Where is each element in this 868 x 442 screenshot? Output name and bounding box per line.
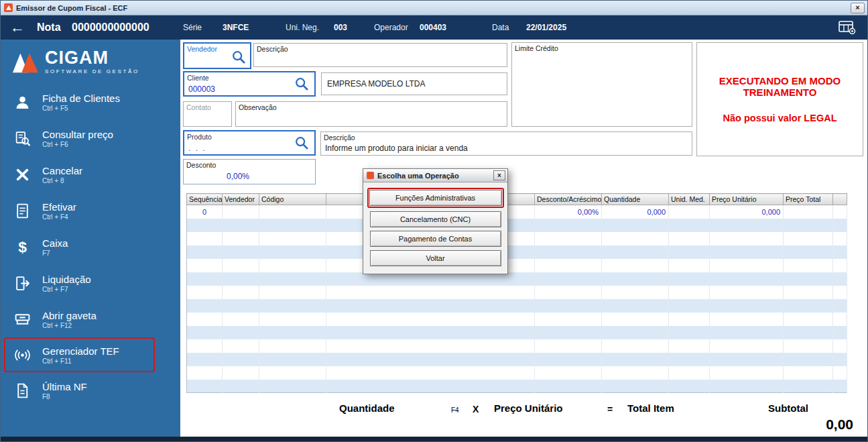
unineg-label: Uni. Neg.: [286, 23, 319, 32]
brand-tagline: SOFTWARE DE GESTÃO: [45, 68, 139, 74]
sidebar: CIGAM SOFTWARE DE GESTÃO Ficha de Client…: [1, 40, 180, 437]
cigam-logo-icon: [11, 48, 40, 74]
footer-subtotal-value: 0,00: [786, 417, 853, 433]
window-close-button[interactable]: ×: [851, 3, 865, 13]
sidebar-item-cancelar[interactable]: Cancelar Ctrl + 8: [1, 156, 180, 192]
sidebar-item-ficha-de-clientes[interactable]: Ficha de Clientes Ctrl + F5: [1, 84, 180, 120]
produto-field[interactable]: Produto . . .: [183, 130, 316, 156]
table-row[interactable]: [187, 353, 847, 366]
cliente-label: Cliente: [187, 74, 209, 82]
contato-field[interactable]: Contato: [183, 101, 232, 127]
table-row[interactable]: [187, 286, 847, 299]
vendedor-descricao-field: Descrição: [253, 43, 507, 67]
sidebar-item-gerenciador-tef[interactable]: Gerenciador TEF Ctrl + F11: [4, 337, 155, 372]
cliente-value: 000003: [188, 85, 215, 94]
produto-search-icon[interactable]: [294, 135, 309, 150]
sidebar-item-ultima-nf[interactable]: Última NF F8: [1, 372, 180, 408]
limite-credito-box: Limite Crédito: [511, 42, 692, 127]
footer-total-item-label: Total Item: [627, 402, 674, 414]
limite-credito-label: Limite Crédito: [515, 44, 558, 52]
dialog-titlebar: Escolha uma Operação ×: [363, 169, 507, 182]
operador-label: Operador: [374, 23, 408, 32]
produto-descricao-value: Informe um produto para iniciar a venda: [325, 144, 468, 153]
sidebar-item-abrir-gaveta[interactable]: Abrir gaveta Ctrl + F12: [1, 301, 180, 337]
sidebar-item-efetivar[interactable]: Efetivar Ctrl + F4: [1, 192, 180, 229]
operation-dialog: Escolha uma Operação × Funções Administr…: [363, 168, 508, 274]
app-window: Emissor de Cupom Fiscal - ECF × ← Nota 0…: [0, 0, 868, 442]
dialog-app-icon: [367, 172, 374, 179]
footer-times-sign: X: [473, 404, 479, 415]
back-button[interactable]: ←: [10, 19, 25, 36]
titlebar: Emissor de Cupom Fiscal - ECF ×: [1, 1, 867, 15]
bottom-strip: [1, 437, 867, 441]
footer-equals-sign: =: [607, 404, 613, 415]
report-settings-icon[interactable]: [838, 20, 857, 35]
confirm-document-icon: [14, 203, 31, 219]
cliente-field[interactable]: Cliente 000003: [183, 71, 316, 97]
unineg-value: 003: [334, 23, 347, 32]
data-label: Data: [492, 23, 509, 32]
desconto-field[interactable]: Desconto 0,00%: [183, 159, 316, 184]
items-table-body: 0 0,00% 0,000 0,000: [187, 205, 847, 393]
vendedor-search-icon[interactable]: [231, 50, 246, 64]
table-row[interactable]: [187, 326, 847, 339]
voltar-button[interactable]: Voltar: [370, 250, 501, 266]
brand: CIGAM SOFTWARE DE GESTÃO: [1, 40, 180, 78]
cancelamento-cnc-button[interactable]: Cancelamento (CNC): [370, 211, 501, 227]
app-icon: [4, 3, 13, 12]
cash-icon: $: [14, 239, 31, 256]
price-search-icon: [14, 130, 31, 147]
footer-f4-shortcut: F4: [451, 406, 459, 414]
vendedor-descricao-label: Descrição: [257, 45, 288, 53]
cancel-icon: [14, 166, 31, 183]
table-row[interactable]: [187, 339, 847, 353]
vendedor-label: Vendedor: [187, 45, 217, 53]
footer-quantidade-label: Quantidade: [339, 402, 395, 414]
dialog-title: Escolha uma Operação: [377, 172, 490, 180]
table-row[interactable]: [187, 232, 847, 245]
operador-value: 000403: [420, 23, 446, 32]
desconto-label: Desconto: [186, 161, 216, 169]
sidebar-item-caixa[interactable]: $ Caixa F7: [1, 229, 180, 265]
table-row[interactable]: [187, 380, 847, 393]
table-row[interactable]: [187, 219, 847, 232]
table-row[interactable]: [187, 272, 847, 286]
funcoes-administrativas-button[interactable]: Funções Administrativas: [369, 190, 502, 206]
liquidation-exit-icon: [14, 275, 31, 292]
clients-icon: [14, 94, 31, 111]
serie-value: 3NFCE: [223, 23, 249, 32]
training-mode-notice: EXECUTANDO EM MODO TREINAMENTO Não possu…: [696, 42, 863, 156]
training-line1: EXECUTANDO EM MODO TREINAMENTO: [708, 75, 852, 98]
produto-value: . . .: [188, 144, 206, 153]
highlighted-button-frame: Funções Administrativas: [367, 188, 504, 208]
nota-label: Nota: [37, 21, 61, 34]
table-row[interactable]: [187, 313, 847, 326]
produto-label: Produto: [187, 133, 212, 141]
sidebar-item-consultar-preco[interactable]: Consultar preço Ctrl + F6: [1, 120, 180, 156]
cliente-nome-value: EMPRESA MODELO LTDA: [327, 79, 425, 89]
brand-name: CIGAM: [45, 48, 139, 68]
table-row[interactable]: [187, 245, 847, 259]
table-row[interactable]: [187, 366, 847, 380]
vendedor-field[interactable]: Vendedor: [183, 42, 251, 69]
items-table: Sequência Vendedor Código Desconto/Acrés…: [186, 193, 847, 393]
contato-label: Contato: [186, 103, 211, 111]
table-row[interactable]: 0 0,00% 0,000 0,000: [187, 205, 847, 219]
tef-signal-icon: [14, 347, 31, 364]
sidebar-item-liquidacao[interactable]: Liquidação Ctrl + F7: [1, 265, 180, 301]
produto-descricao-label: Descrição: [324, 133, 355, 142]
drawer-icon: [14, 311, 31, 328]
footer-subtotal-label: Subtotal: [768, 402, 808, 414]
header-bar: ← Nota 0000000000000 Série 3NFCE Uni. Ne…: [1, 15, 867, 40]
main-area: Vendedor Descrição Limite Crédito EXECUT…: [180, 40, 867, 437]
table-row[interactable]: [187, 259, 847, 272]
cliente-search-icon[interactable]: [294, 76, 309, 91]
sidebar-menu: Ficha de Clientes Ctrl + F5 Consultar pr…: [1, 84, 180, 408]
observacao-field[interactable]: Observação: [235, 101, 507, 127]
pagamento-de-contas-button[interactable]: Pagamento de Contas: [370, 231, 501, 247]
table-row[interactable]: [187, 299, 847, 313]
dialog-close-button[interactable]: ×: [493, 170, 505, 180]
table-header-row: Sequência Vendedor Código Desconto/Acrés…: [187, 194, 847, 205]
window-title: Emissor de Cupom Fiscal - ECF: [16, 4, 847, 12]
svg-text:$: $: [18, 239, 27, 256]
